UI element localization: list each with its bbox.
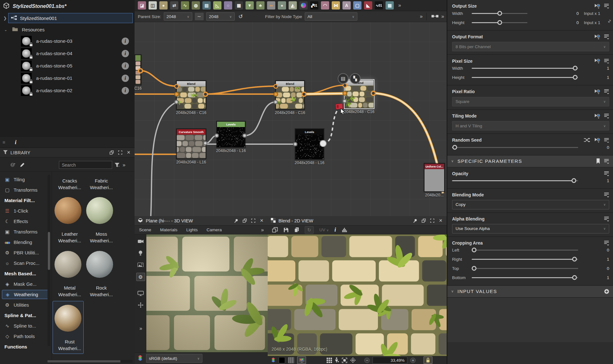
shuffle-icon[interactable]: ⇄ bbox=[170, 1, 178, 10]
param-slider[interactable] bbox=[472, 268, 578, 269]
maximize-panel-icon[interactable] bbox=[117, 150, 123, 155]
function-icon[interactable] bbox=[594, 89, 600, 94]
information-icon[interactable]: i bbox=[335, 227, 336, 233]
fit-view-icon[interactable] bbox=[342, 358, 347, 363]
linked-nodes-icon[interactable] bbox=[431, 14, 439, 19]
scatter-icon[interactable]: ♣ bbox=[256, 1, 265, 10]
tile-icon[interactable]: ▦ bbox=[235, 1, 243, 10]
function-icon[interactable] bbox=[594, 3, 600, 9]
lock-icon[interactable] bbox=[424, 356, 432, 364]
param-select-output-format[interactable]: 8 Bits per Channel∨ bbox=[452, 42, 609, 51]
node-port-gray[interactable] bbox=[174, 100, 179, 104]
sidebar-item-pbrutiliti[interactable]: ⚙PBR Utiliti... bbox=[2, 248, 49, 257]
halftone-icon[interactable]: ▞01 bbox=[310, 1, 318, 10]
reset-size-icon[interactable]: ↺ bbox=[239, 13, 243, 20]
select-icon[interactable]: ▢ bbox=[353, 1, 361, 10]
param-menu-icon[interactable] bbox=[604, 34, 609, 39]
function-icon[interactable] bbox=[594, 113, 600, 119]
node-port-orange[interactable] bbox=[138, 68, 143, 73]
param-menu-icon[interactable] bbox=[604, 3, 609, 9]
edit-pencil-icon[interactable] bbox=[20, 163, 25, 167]
node-port-orange[interactable] bbox=[342, 91, 347, 96]
view3d-header[interactable]: Plane (hi-··· - 3D VIEW × bbox=[135, 216, 268, 226]
resource-item[interactable]: a-rudas-stone-05i bbox=[0, 60, 135, 72]
function-icon[interactable] bbox=[594, 137, 600, 143]
graph-tree-item[interactable]: StylizedStone001 bbox=[8, 13, 133, 23]
display-colors-icon[interactable] bbox=[297, 356, 306, 364]
function-icon[interactable] bbox=[594, 58, 600, 64]
sidebar-item-scanproc[interactable]: ☼Scan Proc... bbox=[2, 259, 49, 268]
param-slider[interactable] bbox=[472, 68, 578, 69]
mannequin-icon[interactable] bbox=[335, 357, 339, 363]
close-panel-icon[interactable]: × bbox=[126, 150, 131, 155]
node-port-gray[interactable] bbox=[273, 100, 278, 104]
library-category-scrollbar[interactable] bbox=[48, 175, 50, 346]
shatter-icon[interactable]: ▩ bbox=[386, 1, 394, 10]
view3d-viewport[interactable] bbox=[146, 234, 268, 352]
param-menu-icon[interactable] bbox=[604, 216, 609, 221]
texture-icon[interactable] bbox=[137, 261, 145, 269]
sidebar-item-weathering[interactable]: ◈Weathering bbox=[2, 290, 49, 299]
curve-icon[interactable]: ∿ bbox=[181, 1, 189, 10]
library-more-icon[interactable]: » bbox=[123, 162, 125, 168]
new-library-item-icon[interactable] bbox=[10, 163, 16, 167]
copy-icon[interactable] bbox=[294, 227, 299, 233]
random-shuffle-icon[interactable] bbox=[584, 138, 590, 142]
link-wh-icon[interactable]: ∿ bbox=[607, 19, 613, 23]
float-panel-icon[interactable] bbox=[242, 218, 247, 223]
material-thumbnail-metal[interactable] bbox=[54, 251, 81, 278]
resource-item[interactable]: a-rudas-stone-02i bbox=[0, 84, 135, 97]
param-menu-icon[interactable] bbox=[604, 113, 609, 118]
graph-node-levels-1[interactable]: Levels2048x2048 - L16 bbox=[217, 121, 245, 147]
pin-icon[interactable] bbox=[233, 218, 239, 223]
sidebar-item-utilities[interactable]: ⚙Utilities bbox=[2, 300, 49, 310]
node-port-gray[interactable] bbox=[242, 133, 247, 138]
colorspace-select[interactable]: sRGB (default)∨ bbox=[146, 354, 202, 363]
parent-size-select[interactable]: 2048∨ bbox=[164, 12, 192, 21]
param-select-pixel-ratio[interactable]: Square∨ bbox=[452, 97, 609, 106]
graph-toolbar-more-icon-2[interactable]: » bbox=[441, 14, 444, 19]
graph-toolbar-more-icon[interactable]: » bbox=[420, 14, 422, 19]
material-thumbnail-moss[interactable] bbox=[86, 197, 113, 224]
light-icon[interactable] bbox=[137, 249, 145, 257]
link-icon[interactable]: ∞ bbox=[267, 1, 275, 10]
menu-scene[interactable]: Scene bbox=[139, 227, 151, 232]
duplicate-icon[interactable]: ◫ bbox=[149, 1, 157, 10]
resource-info-icon[interactable]: i bbox=[122, 74, 129, 82]
menu-lines-icon[interactable]: ≡ bbox=[3, 139, 5, 145]
grid-icon[interactable] bbox=[327, 358, 332, 363]
bezier-icon[interactable]: ◠ bbox=[321, 1, 329, 10]
graph-node-uniform-color[interactable]: Uniform Col...2048x20... bbox=[424, 163, 444, 192]
section-menu-icon[interactable] bbox=[604, 159, 609, 164]
toolbar-more-icon[interactable]: » bbox=[398, 3, 400, 8]
fragment-icon[interactable]: ▨ bbox=[202, 1, 211, 10]
maximize-panel-icon[interactable] bbox=[250, 218, 256, 223]
resource-item[interactable]: a-rudas-stone-01i bbox=[0, 72, 135, 84]
param-slider[interactable] bbox=[452, 180, 578, 181]
param-menu-icon[interactable] bbox=[604, 138, 609, 143]
menu-lights[interactable]: Lights bbox=[186, 227, 198, 232]
graph-node-blend-1[interactable]: Blend2048x2048 - C16 bbox=[176, 81, 206, 109]
graph-node-blend-2[interactable]: Blend2048x2048 - C16 bbox=[276, 81, 304, 109]
node-port-gray[interactable] bbox=[342, 99, 347, 103]
export-image-icon[interactable] bbox=[272, 227, 278, 233]
text-icon[interactable]: A bbox=[342, 1, 351, 10]
slope-blur-icon[interactable]: ◺ bbox=[213, 1, 221, 10]
node-port-gray[interactable] bbox=[293, 142, 297, 146]
zoom-level-input[interactable]: 33,49% bbox=[373, 357, 407, 364]
search-input[interactable] bbox=[59, 161, 112, 169]
material-thumbnail-rust[interactable] bbox=[54, 305, 81, 332]
sharpen-icon[interactable]: ◍ bbox=[192, 1, 200, 10]
background-black-swatch[interactable] bbox=[279, 357, 285, 363]
node-port-orange[interactable] bbox=[174, 92, 179, 97]
collapse-chevron-icon[interactable]: ⌄ bbox=[3, 28, 8, 32]
bookmark-icon[interactable] bbox=[596, 158, 600, 164]
node-port-orange[interactable] bbox=[174, 84, 179, 89]
node-port-gray[interactable] bbox=[203, 141, 208, 145]
maximize-panel-icon[interactable] bbox=[429, 218, 435, 223]
material-thumbnail-rock[interactable] bbox=[86, 251, 113, 278]
zoom-in-button[interactable]: + bbox=[410, 358, 416, 363]
sidebar-item-click[interactable]: ☰1-Click bbox=[2, 206, 49, 215]
shape-icon[interactable]: ○ bbox=[224, 1, 232, 10]
menu-materials[interactable]: Materials bbox=[160, 227, 177, 232]
